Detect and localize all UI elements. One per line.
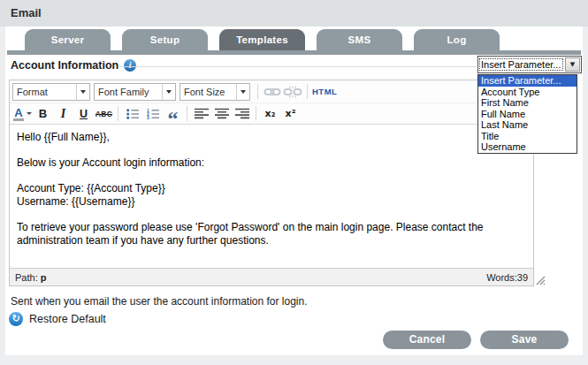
restore-default-label: Restore Default: [29, 313, 106, 325]
text-color-button[interactable]: A: [13, 105, 32, 123]
align-right-button[interactable]: [233, 105, 251, 123]
toolbar-separator: [187, 106, 187, 121]
menu-item-insert-parameter[interactable]: Insert Parameter...: [478, 75, 577, 87]
numbered-list-icon: 123: [146, 108, 160, 120]
bold-icon: B: [39, 107, 47, 120]
info-icon[interactable]: i: [124, 59, 136, 72]
unlink-icon: [283, 85, 302, 99]
content-panel: Server Setup Templates SMS Log Account I…: [5, 27, 583, 355]
unlink-button[interactable]: [283, 83, 302, 101]
chevron-down-icon: ▼: [570, 61, 575, 68]
menu-item-title[interactable]: Title: [478, 131, 577, 142]
tab-setup[interactable]: Setup: [122, 29, 208, 50]
resize-grip-icon[interactable]: [534, 274, 546, 285]
font-size-select-label: Font Size: [180, 87, 236, 97]
strikethrough-button[interactable]: ABC: [95, 105, 113, 123]
chevron-down-icon: [162, 84, 175, 100]
html-source-button[interactable]: HTML: [312, 83, 337, 101]
select-arrow-button[interactable]: ▼: [565, 57, 580, 72]
page-header: Email: [0, 0, 588, 27]
font-family-select-label: Font Family: [95, 87, 162, 97]
bullet-list-button[interactable]: [123, 105, 141, 123]
blockquote-button[interactable]: “: [164, 105, 182, 123]
word-count: Words:39: [486, 272, 528, 283]
rich-text-editor: Format Font Family Font Size: [9, 80, 534, 286]
underline-button[interactable]: U: [74, 105, 93, 123]
tab-underline-bar: [7, 50, 581, 55]
link-icon: [263, 87, 281, 97]
heading-divider: [119, 66, 477, 67]
blockquote-icon: “: [168, 105, 179, 123]
numbered-list-button[interactable]: 123: [143, 105, 162, 123]
insert-parameter-value: Insert Parameter...: [479, 58, 563, 71]
page-title: Email: [11, 6, 42, 19]
tab-sms[interactable]: SMS: [317, 29, 402, 50]
editor-toolbar-row-1: Format Font Family Font Size: [10, 80, 533, 103]
italic-icon: I: [61, 107, 65, 121]
font-size-select[interactable]: Font Size: [179, 83, 250, 101]
italic-button[interactable]: I: [54, 105, 73, 123]
underline-icon: U: [80, 108, 88, 120]
tab-server[interactable]: Server: [25, 29, 111, 50]
save-button[interactable]: Save: [480, 331, 569, 349]
font-family-select[interactable]: Font Family: [94, 83, 176, 101]
format-select[interactable]: Format: [12, 83, 90, 101]
section-heading: Account Information i: [11, 57, 136, 74]
editor-toolbar-row-2: A B I U ABC 123: [10, 103, 533, 124]
tab-templates[interactable]: Templates: [219, 29, 305, 50]
insert-parameter-select[interactable]: Insert Parameter... ▼: [477, 56, 582, 73]
path-value: p: [41, 272, 47, 283]
toolbar-separator: [256, 106, 256, 121]
insert-parameter-menu: Insert Parameter... Account Type First N…: [477, 74, 577, 154]
toolbar-separator: [118, 106, 118, 121]
subscript-button[interactable]: x₂: [261, 105, 279, 123]
template-body-textarea[interactable]: Hello {{Full Name}}, Below is your Accou…: [10, 124, 533, 268]
format-select-label: Format: [13, 87, 76, 97]
menu-item-full-name[interactable]: Full Name: [478, 109, 577, 120]
path-label: Path:: [15, 272, 41, 283]
align-left-button[interactable]: [192, 105, 210, 123]
superscript-icon: x²: [286, 108, 296, 119]
editor-path: Path: p: [15, 272, 46, 283]
subscript-icon: x₂: [265, 108, 276, 119]
align-center-button[interactable]: [212, 105, 231, 123]
menu-item-username[interactable]: Username: [478, 141, 577, 153]
action-buttons: Cancel Save: [383, 331, 569, 349]
svg-text:3: 3: [147, 115, 149, 120]
editor-status-bar: Path: p Words:39: [10, 268, 533, 285]
text-color-icon: A: [13, 107, 23, 121]
tab-strip: Server Setup Templates SMS Log: [5, 29, 583, 50]
align-left-icon: [195, 108, 209, 119]
superscript-button[interactable]: x²: [281, 105, 300, 123]
align-right-icon: [235, 108, 249, 119]
restore-default-button[interactable]: ↻ Restore Default: [9, 311, 106, 327]
restore-icon: ↻: [9, 312, 23, 326]
section-title: Account Information: [11, 59, 118, 72]
bold-button[interactable]: B: [34, 105, 52, 123]
strikethrough-icon: ABC: [95, 110, 112, 118]
chevron-down-icon: [76, 84, 89, 100]
link-button[interactable]: [263, 83, 281, 101]
menu-item-account-type[interactable]: Account Type: [478, 87, 577, 98]
template-description: Sent when you email the user the account…: [11, 295, 308, 308]
menu-item-last-name[interactable]: Last Name: [478, 119, 577, 131]
menu-item-first-name[interactable]: First Name: [478, 97, 577, 109]
toolbar-separator: [257, 84, 258, 99]
cancel-button[interactable]: Cancel: [383, 331, 471, 349]
bullet-list-icon: [126, 108, 140, 120]
toolbar-separator: [307, 84, 308, 99]
tab-log[interactable]: Log: [414, 29, 500, 50]
chevron-down-icon: [236, 84, 249, 100]
html-source-label: HTML: [312, 87, 337, 96]
chevron-down-icon: [27, 112, 32, 115]
align-center-icon: [215, 108, 229, 119]
